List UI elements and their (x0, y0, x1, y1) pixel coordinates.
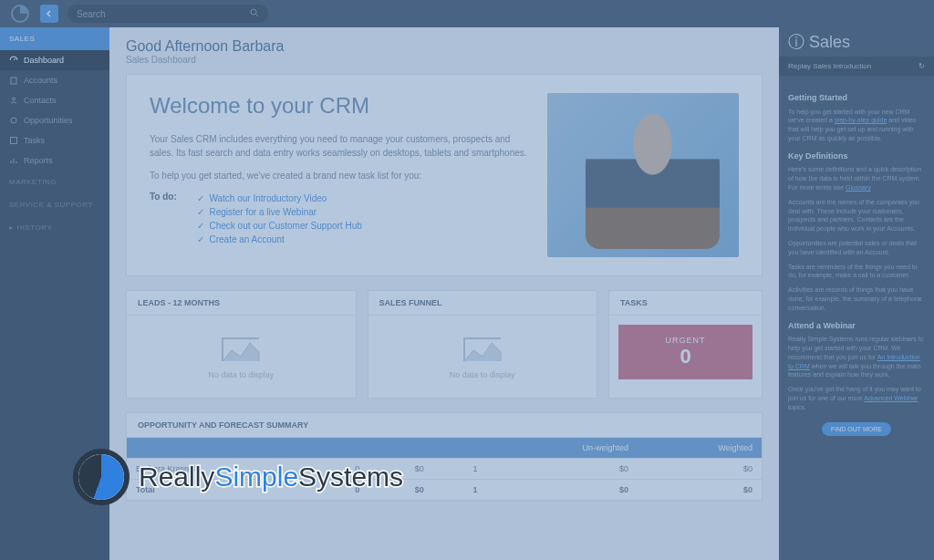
todo-item[interactable]: ✓Register for a live Webinar (197, 205, 361, 219)
chart-placeholder-icon (218, 334, 264, 366)
brand-text: ReallySimpleSystems (139, 461, 403, 493)
search-placeholder: Search (77, 9, 106, 19)
help-text: Accounts are the names of the companies … (788, 198, 925, 233)
cell: $0 (486, 480, 638, 501)
help-panel: ⓘ Sales Replay Sales Introduction ↻ Gett… (779, 27, 934, 560)
col-header[interactable] (433, 438, 487, 459)
todo-item[interactable]: ✓Watch our Introductory Video (197, 192, 361, 205)
welcome-hero-image (547, 93, 739, 257)
topbar: Search (0, 0, 934, 27)
widget-title: SALES FUNNEL (368, 291, 597, 316)
welcome-text-1: Your Sales CRM includes everything you n… (150, 132, 529, 160)
svg-point-6 (11, 118, 16, 123)
widget-title: OPPORTUNITY AND FORECAST SUMMARY (127, 413, 762, 438)
help-link[interactable]: Advanced Webinar (864, 395, 918, 401)
info-icon: ⓘ (788, 31, 804, 53)
todo-list: ✓Watch our Introductory Video ✓Register … (197, 192, 361, 246)
help-text: Once you've got the hang of it you may w… (788, 385, 925, 411)
refresh-icon: ↻ (918, 62, 925, 70)
cell: $0 (486, 459, 638, 480)
urgent-count: 0 (629, 345, 742, 368)
sidebar-label: Tasks (24, 136, 45, 145)
cell: $0 (638, 480, 762, 501)
sidebar-item-dashboard[interactable]: Dashboard (0, 50, 109, 70)
help-title-text: Sales (809, 33, 850, 52)
help-heading: Attend a Webinar (788, 320, 925, 332)
back-button[interactable] (40, 5, 58, 23)
target-icon (9, 116, 18, 125)
help-text: To help you get started with your new CR… (788, 108, 925, 143)
welcome-text-2: To help you get started, we've created a… (150, 169, 529, 182)
help-link[interactable]: Glossary (846, 184, 871, 191)
todo-item[interactable]: ✓Create an Account (197, 233, 361, 246)
chart-placeholder-icon (460, 334, 505, 366)
sidebar-section-history[interactable]: ▸HISTORY (0, 216, 109, 239)
check-icon (9, 136, 18, 145)
page-subtitle: Sales Dashboard (126, 55, 763, 65)
help-heading: Key Definitions (788, 150, 925, 162)
cell: $0 (638, 459, 762, 480)
help-panel-title: ⓘ Sales (779, 27, 934, 57)
sidebar-item-opportunities[interactable]: Opportunities (0, 110, 109, 130)
sidebar-label: HISTORY (17, 223, 53, 232)
help-text: Really Simple Systems runs regular webin… (788, 335, 925, 379)
svg-line-2 (256, 15, 259, 17)
widget-title: LEADS - 12 MONTHS (127, 291, 356, 316)
sidebar-section-marketing[interactable]: MARKETING (0, 171, 109, 193)
brand-watermark: ReallySimpleSystems (73, 449, 403, 505)
todo-text: Watch our Introductory Video (209, 193, 327, 203)
sidebar-label: Opportunities (24, 116, 73, 125)
sidebar-section-service[interactable]: SERVICE & SUPPORT (0, 193, 109, 216)
page-greeting: Good Afternoon Barbara (126, 38, 763, 55)
find-out-more-button[interactable]: FIND OUT MORE (822, 422, 891, 437)
help-text: Opportunities are potential sales or dea… (788, 239, 925, 257)
help-text: Here's some definitions and a quick desc… (788, 165, 925, 192)
replay-label: Replay Sales Introduction (788, 62, 871, 70)
sidebar-label: Dashboard (24, 56, 64, 65)
users-icon (9, 96, 18, 105)
sidebar-item-reports[interactable]: Reports (0, 150, 109, 171)
cell: 1 (433, 480, 487, 501)
welcome-card: Welcome to your CRM Your Sales CRM inclu… (126, 74, 763, 276)
sidebar-item-contacts[interactable]: Contacts (0, 90, 109, 110)
help-link[interactable]: step-by-step guide (835, 117, 887, 123)
widget-leads: LEADS - 12 MONTHS No data to display (126, 290, 357, 399)
dashboard-icon (9, 56, 18, 65)
search-icon (250, 8, 259, 19)
todo-text: Check out our Customer Support Hub (209, 221, 361, 231)
replay-intro-button[interactable]: Replay Sales Introduction ↻ (779, 57, 934, 76)
widget-title: TASKS (609, 291, 762, 316)
welcome-title: Welcome to your CRM (150, 93, 529, 119)
brand-logo-icon (73, 449, 130, 505)
urgent-tasks-tile[interactable]: URGENT 0 (618, 325, 752, 379)
todo-item[interactable]: ✓Check out our Customer Support Hub (197, 219, 361, 233)
svg-line-3 (14, 58, 16, 60)
help-text: Activities are records of things that yo… (788, 285, 925, 312)
chart-icon (9, 156, 18, 165)
help-text: Tasks are reminders of the things you ne… (788, 263, 925, 281)
col-header[interactable]: Weighted (638, 438, 762, 459)
cell: 1 (433, 459, 487, 480)
svg-rect-4 (11, 78, 16, 84)
widget-tasks: TASKS URGENT 0 (608, 290, 763, 399)
todo-text: Register for a live Webinar (209, 207, 317, 217)
building-icon (9, 76, 18, 85)
no-data-text: No data to display (450, 370, 515, 379)
todo-text: Create an Account (209, 234, 284, 244)
todo-label: To do: (150, 192, 193, 202)
help-heading: Getting Started (788, 92, 925, 104)
sidebar-item-accounts[interactable]: Accounts (0, 70, 109, 90)
col-header[interactable]: Un-weighted (486, 438, 638, 459)
sidebar-label: Reports (24, 156, 53, 165)
svg-point-1 (251, 9, 256, 15)
app-logo-icon (9, 3, 31, 25)
no-data-text: No data to display (208, 370, 274, 379)
sidebar-section-sales[interactable]: SALES (0, 27, 109, 50)
search-input[interactable]: Search (67, 5, 268, 23)
widget-funnel: SALES FUNNEL No data to display (368, 290, 598, 399)
urgent-label: URGENT (629, 336, 742, 345)
svg-rect-7 (11, 138, 17, 144)
svg-point-5 (13, 98, 16, 100)
sidebar-item-tasks[interactable]: Tasks (0, 130, 109, 150)
sidebar-label: Contacts (24, 96, 57, 105)
